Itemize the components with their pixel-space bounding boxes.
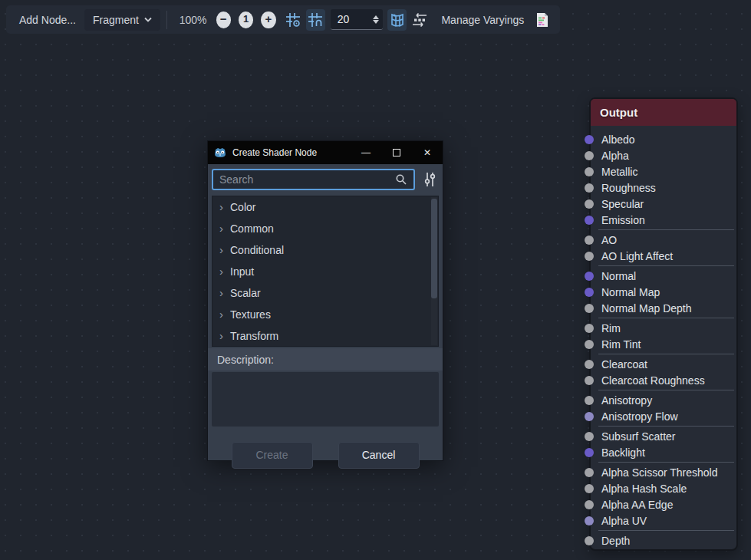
spin-down-icon[interactable] <box>373 20 379 24</box>
mesh-grid-icon <box>389 12 406 28</box>
port-connection-dot[interactable] <box>585 448 594 457</box>
close-button[interactable]: ✕ <box>412 141 443 164</box>
zoom-reset-button[interactable]: 1 <box>239 12 253 28</box>
output-port-row: Alpha Scissor Threshold <box>591 464 736 480</box>
manage-varyings-button[interactable]: Manage Varyings <box>433 9 532 31</box>
port-connection-dot[interactable] <box>585 135 594 144</box>
port-connection-dot[interactable] <box>585 324 594 333</box>
output-port-row: Rim <box>591 320 736 336</box>
tree-item-color[interactable]: ›Color <box>212 196 438 218</box>
output-port-row: Normal Map Depth <box>591 300 736 316</box>
port-connection-dot[interactable] <box>585 272 594 281</box>
output-port-row: Alpha Hash Scale <box>591 480 736 496</box>
arrange-sliders-icon <box>410 11 429 29</box>
tree-item-conditional[interactable]: ›Conditional <box>212 239 438 261</box>
tree-item-scalar[interactable]: ›Scalar <box>212 282 438 304</box>
chevron-right-icon[interactable]: › <box>219 223 223 234</box>
port-connection-dot[interactable] <box>585 288 594 297</box>
tree-item-input[interactable]: ›Input <box>212 261 438 282</box>
shader-file-icon <box>535 12 550 28</box>
port-label: AO Light Affect <box>601 250 673 262</box>
port-group: NormalNormal MapNormal Map Depth <box>591 268 736 316</box>
tree-item-textures[interactable]: ›Textures <box>212 304 438 325</box>
chevron-right-icon[interactable]: › <box>219 245 223 255</box>
chevron-right-icon[interactable]: › <box>219 309 223 320</box>
chevron-right-icon[interactable]: › <box>219 266 223 277</box>
port-label: Normal Map Depth <box>601 302 692 315</box>
port-connection-dot[interactable] <box>585 412 594 421</box>
zoom-level-label: 100% <box>180 14 207 26</box>
output-port-list: AlbedoAlphaMetallicRoughnessSpecularEmis… <box>591 126 736 548</box>
port-connection-dot[interactable] <box>585 516 594 525</box>
dialog-titlebar[interactable]: Create Shader Node — ✕ <box>208 141 443 164</box>
dialog-button-row: Create Cancel <box>208 427 443 483</box>
cancel-button[interactable]: Cancel <box>338 442 420 469</box>
port-connection-dot[interactable] <box>585 252 594 261</box>
port-connection-dot[interactable] <box>585 432 594 441</box>
shader-stage-dropdown[interactable]: Fragment <box>84 9 160 31</box>
filter-button[interactable] <box>420 171 439 188</box>
tree-scrollbar[interactable] <box>431 197 437 345</box>
chevron-right-icon[interactable]: › <box>219 331 223 341</box>
port-group: Alpha Scissor ThresholdAlpha Hash ScaleA… <box>591 464 736 529</box>
port-connection-dot[interactable] <box>585 468 594 477</box>
port-connection-dot[interactable] <box>585 484 594 493</box>
port-label: Emission <box>601 214 645 226</box>
tree-item-transform[interactable]: ›Transform <box>212 325 438 347</box>
port-connection-dot[interactable] <box>585 216 594 225</box>
search-placeholder: Search <box>219 173 395 186</box>
spin-up-icon[interactable] <box>373 15 379 19</box>
output-node[interactable]: Output AlbedoAlphaMetallicRoughnessSpecu… <box>589 97 738 551</box>
zoom-out-button[interactable]: − <box>216 12 231 28</box>
chevron-right-icon[interactable]: › <box>219 202 223 212</box>
godot-logo-icon <box>214 147 226 158</box>
port-connection-dot[interactable] <box>585 167 594 176</box>
port-connection-dot[interactable] <box>585 340 594 349</box>
port-group: AOAO Light Affect <box>591 232 736 264</box>
search-input[interactable]: Search <box>212 169 415 190</box>
port-connection-dot[interactable] <box>585 199 594 209</box>
output-port-row: Rim Tint <box>591 336 736 352</box>
snap-settings-button[interactable] <box>284 9 303 31</box>
port-label: Rim <box>601 322 621 334</box>
tree-item-label: Transform <box>230 330 278 342</box>
output-node-header[interactable]: Output <box>591 99 736 126</box>
port-group: AnisotropyAnisotropy Flow <box>591 392 736 424</box>
tree-item-label: Color <box>230 201 255 213</box>
output-port-row: AO Light Affect <box>591 248 736 264</box>
snap-distance-spinbox[interactable]: 20 <box>331 9 384 30</box>
port-connection-dot[interactable] <box>585 151 594 160</box>
create-button[interactable]: Create <box>232 442 313 469</box>
port-connection-dot[interactable] <box>585 536 594 545</box>
port-connection-dot[interactable] <box>585 183 594 193</box>
port-group: Subsurf ScatterBacklight <box>591 428 736 460</box>
tree-item-common[interactable]: ›Common <box>212 218 438 239</box>
port-connection-dot[interactable] <box>585 304 594 313</box>
chevron-down-icon <box>144 17 152 22</box>
shader-file-button[interactable] <box>532 9 552 31</box>
shader-graph-canvas[interactable]: { "toolbar": { "add_node_label": "Add No… <box>0 0 751 560</box>
tree-item-label: Textures <box>230 308 271 321</box>
output-port-row: AO <box>591 232 736 248</box>
preview-shader-toggle[interactable] <box>387 9 407 31</box>
zoom-in-button[interactable]: + <box>261 12 275 28</box>
category-tree[interactable]: ›Color›Common›Conditional›Input›Scalar›T… <box>212 196 439 347</box>
port-connection-dot[interactable] <box>585 396 594 405</box>
search-row: Search <box>212 169 439 190</box>
minimize-button[interactable]: — <box>351 141 381 164</box>
port-label: Roughness <box>601 182 656 194</box>
chevron-right-icon[interactable]: › <box>219 288 223 298</box>
add-node-button[interactable]: Add Node... <box>11 9 84 31</box>
toggle-description-button[interactable] <box>410 9 430 31</box>
spinbox-stepper[interactable] <box>373 15 383 24</box>
snap-toggle-button[interactable] <box>306 9 325 31</box>
tune-filter-icon <box>422 171 437 188</box>
port-label: Specular <box>601 198 644 210</box>
port-connection-dot[interactable] <box>585 360 594 369</box>
port-connection-dot[interactable] <box>585 236 594 245</box>
scrollbar-thumb[interactable] <box>431 199 437 298</box>
port-connection-dot[interactable] <box>585 500 594 509</box>
port-connection-dot[interactable] <box>585 376 594 385</box>
grid-snap-icon <box>307 12 324 28</box>
maximize-button[interactable] <box>381 141 412 164</box>
